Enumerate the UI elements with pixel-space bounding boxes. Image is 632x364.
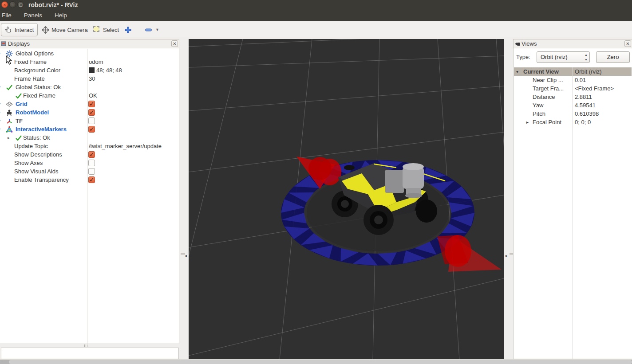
tree-row-label: Grid xyxy=(16,100,28,108)
scrollbar-thumb[interactable] xyxy=(9,360,632,364)
tree-row-label: Status: Ok xyxy=(23,133,50,142)
displays-bottom-splitter[interactable] xyxy=(0,344,180,348)
window-maximize-button[interactable]: ▢ xyxy=(17,1,24,8)
views-panel-icon xyxy=(514,41,521,47)
checkbox-tf[interactable] xyxy=(88,117,95,124)
tree-row-enable-transparency[interactable]: Enable Transparency xyxy=(0,176,179,184)
tree-row-fixed-frame[interactable]: Fixed Frameodom xyxy=(0,58,179,66)
window-minimize-button[interactable]: − xyxy=(9,1,16,8)
tree-row-value[interactable]: OK xyxy=(89,91,97,100)
tree-row-label: Global Options xyxy=(16,49,54,58)
tree-row-show-axes[interactable]: Show Axes xyxy=(0,159,179,167)
lower-left-panel xyxy=(1,348,179,359)
move-camera-button[interactable]: Move Camera xyxy=(38,23,91,36)
checkbox-enable-transparency[interactable] xyxy=(88,176,95,183)
mouse-cursor xyxy=(5,55,14,65)
window-close-button[interactable]: × xyxy=(1,1,8,8)
checkbox-interactive-markers[interactable] xyxy=(88,126,95,133)
right-panel-splitter[interactable]: ▸ xyxy=(504,39,513,359)
tree-row-label: InteractiveMarkers xyxy=(16,125,67,133)
views-row-label: Near Clip ... xyxy=(533,76,563,84)
tree-row-show-visual-aids[interactable]: Show Visual Aids xyxy=(0,167,179,176)
check-icon xyxy=(15,134,22,141)
displays-panel-close-icon[interactable]: ✕ xyxy=(171,40,178,47)
checkbox-show-visual-aids[interactable] xyxy=(88,168,95,175)
tree-row-im-status[interactable]: ▸Status: Ok xyxy=(0,133,179,142)
expander-icon[interactable]: ▾ xyxy=(0,100,0,108)
tree-row-value[interactable]: /twist_marker_server/update xyxy=(89,142,162,150)
checkbox-show-axes[interactable] xyxy=(88,160,95,166)
tf-icon xyxy=(6,117,13,125)
move-camera-label: Move Camera xyxy=(51,27,88,33)
window-title: robot.rviz* - RViz xyxy=(28,1,78,8)
dropdown-spinner-icon[interactable]: ▲▼ xyxy=(585,52,588,62)
interact-button[interactable]: Interact xyxy=(1,23,38,36)
measure-button[interactable]: ▼ xyxy=(141,23,163,36)
tree-row-frame-rate[interactable]: Frame Rate30 xyxy=(0,74,179,83)
tree-row-robot-model[interactable]: ▾RobotModel xyxy=(0,108,179,117)
bottom-scrollbar[interactable] xyxy=(0,360,632,364)
tree-row-label: RobotModel xyxy=(16,108,49,117)
checkbox-robot-model[interactable] xyxy=(88,109,95,116)
views-row-label: Distance xyxy=(533,93,555,101)
views-row-value[interactable]: <Fixed Frame> xyxy=(575,84,614,93)
expander-icon[interactable]: ▾ xyxy=(0,117,0,125)
expander-icon[interactable]: ▾ xyxy=(0,108,0,117)
views-row-value[interactable]: 0; 0; 0 xyxy=(575,118,591,126)
3d-viewport[interactable] xyxy=(189,39,504,359)
menu-item-panels[interactable]: Panels xyxy=(22,10,47,21)
marker-icon xyxy=(6,126,13,133)
titlebar[interactable]: × − ▢ robot.rviz* - RViz xyxy=(0,0,632,10)
displays-panel-header[interactable]: Displays ✕ xyxy=(0,39,179,48)
checkbox-grid[interactable] xyxy=(88,101,95,107)
expander-icon[interactable]: ▾ xyxy=(516,67,518,76)
select-box-icon xyxy=(93,26,101,34)
expander-icon[interactable]: ▾ xyxy=(0,125,0,133)
tree-row-value[interactable]: 30 xyxy=(89,74,95,83)
tree-row-background-color[interactable]: Background Color48; 48; 48 xyxy=(0,66,179,74)
tree-row-show-descriptions[interactable]: Show Descriptions xyxy=(0,150,179,159)
focus-camera-button[interactable] xyxy=(121,23,135,36)
menu-item-help[interactable]: Help xyxy=(53,10,71,21)
expander-icon[interactable]: ▸ xyxy=(526,118,529,126)
tree-row-label: Enable Transparency xyxy=(14,176,69,184)
views-row-label: Focal Point xyxy=(533,118,561,126)
move-icon xyxy=(42,26,49,34)
tree-row-grid[interactable]: ▾Grid xyxy=(0,100,179,108)
expander-icon[interactable]: ▾ xyxy=(0,49,0,58)
tree-row-tf[interactable]: ▾TF xyxy=(0,117,179,125)
displays-column-divider[interactable] xyxy=(87,49,87,344)
collapse-left-panel-icon[interactable]: ◂ xyxy=(185,253,187,258)
expander-icon[interactable]: ▸ xyxy=(8,133,10,142)
tree-row-global-status[interactable]: ▾Global Status: Ok xyxy=(0,83,179,91)
grid-icon xyxy=(6,101,13,108)
left-panel-splitter[interactable]: ◂ xyxy=(180,39,189,359)
views-panel-close-icon[interactable]: ✕ xyxy=(624,40,631,47)
color-swatch xyxy=(89,67,95,73)
tree-row-label: Show Axes xyxy=(14,159,43,167)
views-row-value[interactable]: 0.610398 xyxy=(575,110,599,118)
views-panel: Views ✕ Type: Orbit (rviz) ▲▼ Zero ▾Curr… xyxy=(513,39,632,359)
tree-row-value[interactable]: odom xyxy=(89,58,103,66)
view-type-dropdown[interactable]: Orbit (rviz) ▲▼ xyxy=(537,51,590,63)
zero-button[interactable]: Zero xyxy=(596,51,630,63)
views-panel-header[interactable]: Views ✕ xyxy=(514,39,632,48)
tree-row-fixed-frame-status[interactable]: Fixed FrameOK xyxy=(0,91,179,100)
tree-row-value[interactable]: 48; 48; 48 xyxy=(89,66,122,74)
views-row-value[interactable]: 0.01 xyxy=(575,76,586,84)
tree-row-interactive-markers[interactable]: ▾InteractiveMarkers xyxy=(0,125,179,133)
expand-right-panel-icon[interactable]: ▸ xyxy=(506,253,508,258)
tree-row-global-options[interactable]: ▾Global Options xyxy=(0,49,179,58)
tree-row-label: Show Visual Aids xyxy=(14,167,59,176)
chevron-down-icon[interactable]: ▼ xyxy=(155,27,159,32)
views-row-value[interactable]: 4.59541 xyxy=(575,101,596,110)
views-column-divider[interactable] xyxy=(573,67,573,359)
tree-row-update-topic[interactable]: Update Topic/twist_marker_server/update xyxy=(0,142,179,150)
views-row-label: Pitch xyxy=(533,110,545,118)
views-row-value[interactable]: 2.8811 xyxy=(575,93,592,101)
menu-item-file[interactable]: File xyxy=(0,10,16,21)
views-row-value[interactable]: Orbit (rviz) xyxy=(575,67,602,76)
select-button[interactable]: Select xyxy=(90,23,122,36)
checkbox-show-descriptions[interactable] xyxy=(88,151,95,158)
expander-icon[interactable]: ▾ xyxy=(0,83,0,91)
